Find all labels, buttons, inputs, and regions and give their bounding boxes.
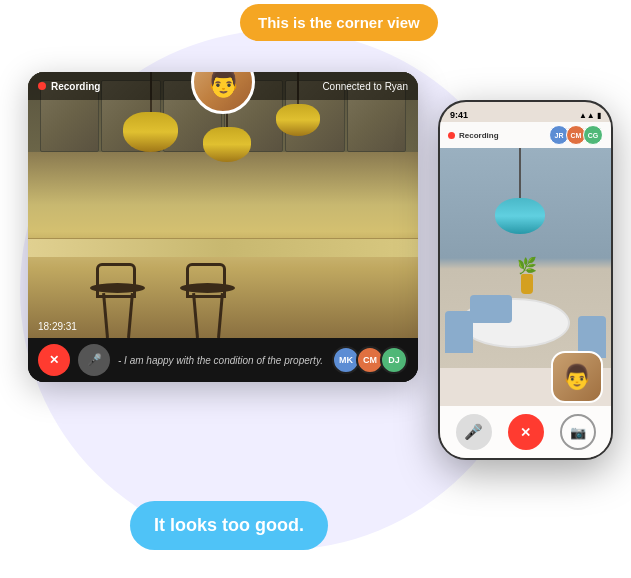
phone-camera-icon: 📷 <box>570 425 586 440</box>
phone-avatar-3: CG <box>583 125 603 145</box>
phone-recording-badge: Recording <box>448 131 499 140</box>
phone-topbar: Recording JR CM CG <box>440 122 611 148</box>
phone-participant-avatars: JR CM CG <box>552 125 603 145</box>
phone-avatar-emoji: 👨 <box>562 363 592 391</box>
timestamp: 18:29:31 <box>38 321 77 332</box>
kitchen-counter <box>28 238 418 338</box>
tooltip-corner-view: This is the corner view <box>240 4 438 41</box>
phone-screen: 9:41 ▲▲ ▮ Recording JR CM CG <box>440 102 611 458</box>
tablet-screen: Recording Connected to Ryan 18:29:31 ✕ 🎤… <box>28 72 418 382</box>
connected-label: Connected to Ryan <box>322 81 408 92</box>
room-wall: 🌿 <box>440 148 611 368</box>
phone-mic-icon: 🎤 <box>464 423 483 441</box>
vase: 🌿 <box>517 258 537 294</box>
phone-status-icons: ▲▲ ▮ <box>579 111 601 120</box>
phone-recording-dot <box>448 132 455 139</box>
dining-chair-3 <box>470 295 512 323</box>
room-scene: 🌿 <box>440 148 611 368</box>
mic-icon: 🎤 <box>87 353 102 367</box>
vase-body <box>521 274 533 294</box>
phone-end-button[interactable]: ✕ <box>508 414 544 450</box>
room-pendant-shade <box>495 198 545 234</box>
phone-user-pip: 👨 <box>551 351 603 403</box>
avatar-face: 👨 <box>194 72 252 111</box>
bar-stool-2 <box>178 263 238 338</box>
recording-label: Recording <box>51 81 100 92</box>
dining-chair-1 <box>445 311 473 353</box>
recording-dot <box>38 82 46 90</box>
recording-badge: Recording <box>38 81 100 92</box>
participant-avatars: MK CM DJ <box>336 346 408 374</box>
room-pendant-light <box>495 148 545 234</box>
phone-device: 9:41 ▲▲ ▮ Recording JR CM CG <box>438 100 613 460</box>
mic-button[interactable]: 🎤 <box>78 344 110 376</box>
phone-end-icon: ✕ <box>520 425 531 440</box>
caption-text: - I am happy with the condition of the p… <box>118 355 328 366</box>
bar-stool-1 <box>88 263 148 338</box>
phone-mic-button[interactable]: 🎤 <box>456 414 492 450</box>
end-call-button[interactable]: ✕ <box>38 344 70 376</box>
phone-recording-label: Recording <box>459 131 499 140</box>
phone-bottombar: 🎤 ✕ 📷 <box>440 406 611 458</box>
room-pendant-wire <box>519 148 521 198</box>
tablet-bottombar: ✕ 🎤 - I am happy with the condition of t… <box>28 338 418 382</box>
phone-statusbar: 9:41 ▲▲ ▮ <box>440 102 611 124</box>
participant-dj: DJ <box>380 346 408 374</box>
phone-camera-button[interactable]: 📷 <box>560 414 596 450</box>
tooltip-looks-good: It looks too good. <box>130 501 328 550</box>
close-icon: ✕ <box>49 353 59 367</box>
phone-time: 9:41 <box>450 110 468 120</box>
flowers-icon: 🌿 <box>517 258 537 274</box>
tablet-device: 👨 <box>28 72 418 382</box>
